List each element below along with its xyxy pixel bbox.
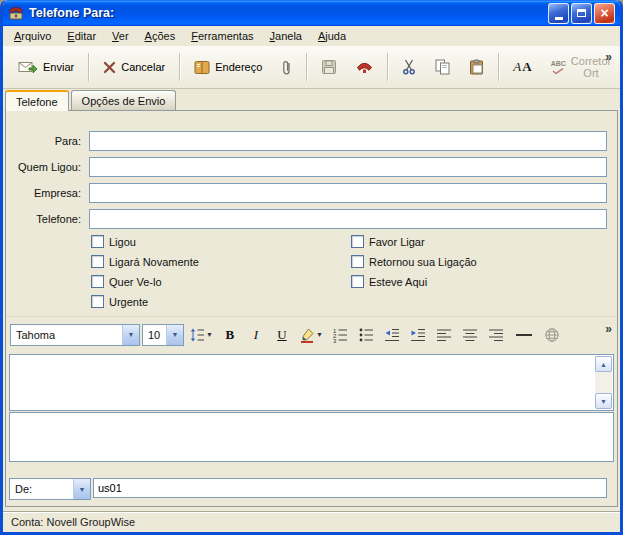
- bullet-list-icon: [358, 327, 374, 343]
- indent-button[interactable]: [406, 324, 430, 346]
- cancel-button[interactable]: Cancelar: [95, 51, 173, 83]
- underline-button[interactable]: U: [270, 324, 294, 346]
- from-input[interactable]: [93, 478, 607, 498]
- format-toolbar: Tahoma ▼ 10 ▼ ▼ B I U: [6, 316, 617, 352]
- cut-button[interactable]: [394, 51, 424, 83]
- minimize-icon: [555, 17, 563, 20]
- save-button[interactable]: [313, 51, 345, 83]
- numbered-list-button[interactable]: 123: [328, 324, 352, 346]
- tab-telefone[interactable]: Telefone: [5, 90, 69, 111]
- esteve-aqui-checkbox[interactable]: [351, 275, 364, 288]
- indent-icon: [410, 327, 426, 343]
- checkbox-row-esteve-aqui: Esteve Aqui: [351, 275, 427, 288]
- italic-button[interactable]: I: [244, 324, 268, 346]
- ligara-novamente-checkbox[interactable]: [91, 255, 104, 268]
- checkbox-row-retornou-ligacao: Retornou sua Ligação: [351, 255, 477, 268]
- copy-icon: [435, 59, 450, 75]
- chevron-down-icon: ▼: [73, 479, 90, 499]
- scroll-down-button[interactable]: ▼: [595, 393, 612, 409]
- align-left-icon: [436, 327, 452, 343]
- highlight-color-button[interactable]: ▼: [296, 324, 326, 346]
- urgente-checkbox[interactable]: [91, 295, 104, 308]
- chevron-down-icon: ▼: [122, 325, 139, 345]
- toolbar-overflow-chevron[interactable]: »: [602, 49, 615, 65]
- titlebar[interactable]: Telefone Para: ×: [3, 0, 620, 26]
- dial-phone-button[interactable]: [348, 51, 381, 83]
- font-family-combo[interactable]: Tahoma ▼: [10, 324, 140, 346]
- quem-ligou-input[interactable]: [89, 157, 607, 177]
- para-input[interactable]: [89, 131, 607, 151]
- telefone-row: Telefone:: [9, 209, 607, 229]
- from-field-selector[interactable]: De: ▼: [9, 478, 91, 500]
- font-aa-icon: AA: [513, 59, 531, 75]
- menu-acoes[interactable]: Ações: [137, 27, 184, 45]
- menu-arquivo[interactable]: Arquivo: [6, 27, 59, 45]
- align-right-icon: [488, 327, 504, 343]
- maximize-icon: [577, 9, 586, 17]
- menu-editar[interactable]: Editar: [59, 27, 104, 45]
- send-label: Enviar: [43, 61, 74, 73]
- favor-ligar-checkbox[interactable]: [351, 235, 364, 248]
- font-size-combo[interactable]: 10 ▼: [142, 324, 184, 346]
- paste-button[interactable]: [461, 51, 492, 83]
- cancel-icon: [103, 61, 116, 74]
- italic-icon: I: [254, 327, 258, 343]
- menu-ajuda[interactable]: Ajuda: [310, 27, 354, 45]
- align-center-button[interactable]: [458, 324, 482, 346]
- status-bar: Conta: Novell GroupWise: [3, 511, 620, 532]
- numbered-list-icon: 123: [332, 327, 348, 343]
- empresa-label: Empresa:: [9, 187, 89, 199]
- copy-button[interactable]: [427, 51, 458, 83]
- retornou-ligacao-checkbox[interactable]: [351, 255, 364, 268]
- menu-ver[interactable]: Ver: [104, 27, 137, 45]
- telefone-input[interactable]: [89, 209, 607, 229]
- address-button[interactable]: Endereço: [186, 51, 270, 83]
- send-button[interactable]: Enviar: [10, 51, 82, 83]
- attach-button[interactable]: [273, 51, 300, 83]
- hyperlink-button[interactable]: [540, 324, 564, 346]
- message-body-area[interactable]: ▲ ▼: [9, 354, 614, 411]
- esteve-aqui-label: Esteve Aqui: [369, 276, 427, 288]
- bullet-list-button[interactable]: [354, 324, 378, 346]
- tab-opcoes-de-envio[interactable]: Opções de Envio: [71, 90, 177, 110]
- align-right-button[interactable]: [484, 324, 508, 346]
- line-spacing-button[interactable]: ▼: [186, 324, 216, 346]
- checkbox-row-ligou: Ligou: [91, 235, 136, 248]
- chevron-down-icon: ▼: [166, 325, 183, 345]
- bold-icon: B: [226, 327, 235, 343]
- maximize-button[interactable]: [571, 3, 592, 24]
- toolbar-separator: [498, 53, 499, 81]
- dial-phone-icon: [356, 60, 373, 74]
- font-size-value: 10: [148, 329, 163, 341]
- scroll-up-button[interactable]: ▲: [595, 356, 612, 372]
- close-button[interactable]: ×: [594, 3, 615, 24]
- menu-janela[interactable]: Janela: [262, 27, 310, 45]
- message-scrollbar[interactable]: ▲ ▼: [595, 356, 612, 409]
- attachment-pane[interactable]: [9, 412, 614, 462]
- telefone-label: Telefone:: [9, 213, 89, 225]
- close-icon: ×: [600, 6, 608, 20]
- address-label: Endereço: [215, 61, 262, 73]
- quer-ve-lo-checkbox[interactable]: [91, 275, 104, 288]
- outdent-button[interactable]: [380, 324, 404, 346]
- bold-button[interactable]: B: [218, 324, 242, 346]
- align-left-button[interactable]: [432, 324, 456, 346]
- outdent-icon: [384, 327, 400, 343]
- quem-ligou-label: Quem Ligou:: [9, 161, 89, 173]
- font-button[interactable]: AA: [505, 51, 539, 83]
- scissors-icon: [402, 59, 416, 75]
- ligou-checkbox[interactable]: [91, 235, 104, 248]
- line-spacing-icon: [189, 327, 205, 343]
- menu-ferramentas[interactable]: Ferramentas: [183, 27, 261, 45]
- empresa-input[interactable]: [89, 183, 607, 203]
- toolbar-separator: [306, 53, 307, 81]
- para-label: Para:: [9, 135, 89, 147]
- window-title: Telefone Para:: [29, 6, 114, 20]
- checkbox-row-urgente: Urgente: [91, 295, 148, 308]
- minimize-button[interactable]: [548, 3, 569, 24]
- format-overflow-chevron[interactable]: »: [605, 322, 612, 336]
- menu-bar: Arquivo Editar Ver Ações Ferramentas Jan…: [3, 26, 620, 46]
- horizontal-line-button[interactable]: [510, 324, 538, 346]
- spellcheck-abc-icon: ABC: [551, 60, 566, 74]
- ligou-label: Ligou: [109, 236, 136, 248]
